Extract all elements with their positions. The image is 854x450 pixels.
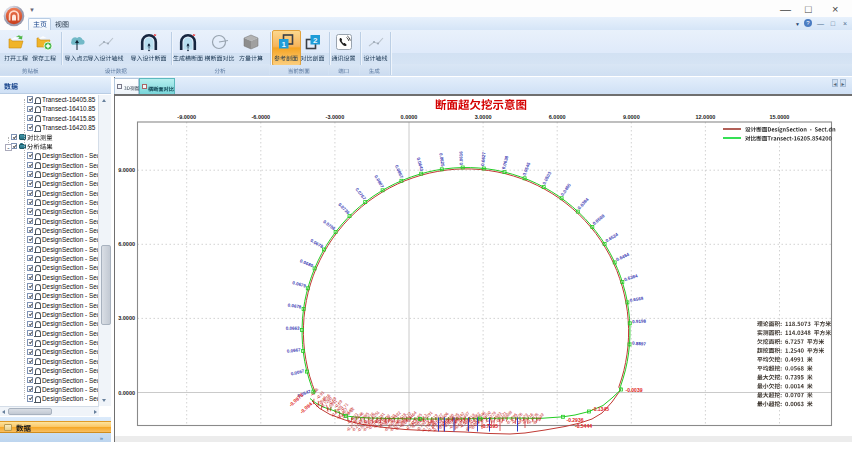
svg-text:0.0667: 0.0667 [287, 347, 302, 354]
svg-text:0.0678: 0.0678 [287, 303, 302, 310]
svg-text:6.0000: 6.0000 [118, 241, 135, 247]
svg-text:-0.5444: -0.5444 [575, 423, 592, 429]
svg-text:9.0000: 9.0000 [118, 167, 135, 173]
svg-text:0.6384: 0.6384 [623, 273, 638, 282]
svg-text:0.6524: 0.6524 [605, 232, 620, 244]
svg-text:15.0000: 15.0000 [770, 114, 790, 120]
svg-text:0.6568: 0.6568 [629, 296, 644, 303]
svg-text:-0.0039: -0.0039 [626, 387, 643, 393]
svg-text:0.0638: 0.0638 [501, 155, 509, 170]
svg-text:0.0679: 0.0679 [292, 280, 307, 289]
svg-text:-9.0000: -9.0000 [177, 114, 196, 120]
svg-text:-0.7395: -0.7395 [481, 423, 498, 429]
svg-text:0.0736: 0.0736 [337, 202, 351, 216]
svg-text:0.0503: 0.0503 [541, 170, 552, 185]
svg-text:0.0807: 0.0807 [373, 174, 385, 189]
svg-text:12.0000: 12.0000 [695, 114, 715, 120]
svg-text:0.0508: 0.0508 [592, 213, 606, 226]
svg-text:0.0465: 0.0465 [560, 182, 572, 197]
svg-text:0.0000: 0.0000 [401, 114, 418, 120]
svg-text:-0.1345: -0.1345 [592, 406, 609, 412]
svg-text:0.0000: 0.0000 [118, 390, 135, 396]
svg-text:0.0678: 0.0678 [309, 238, 324, 249]
svg-text:0.0545: 0.0545 [522, 161, 532, 176]
svg-text:3.0000: 3.0000 [475, 114, 492, 120]
svg-text:9.0000: 9.0000 [623, 114, 640, 120]
svg-text:0.0680: 0.0680 [299, 258, 314, 268]
svg-text:0.0767: 0.0767 [354, 187, 367, 201]
svg-text:6.0000: 6.0000 [549, 114, 566, 120]
svg-text:0.0625: 0.0625 [438, 153, 445, 168]
svg-text:0.0867: 0.0867 [394, 164, 404, 179]
svg-text:0.0663: 0.0663 [286, 326, 300, 331]
svg-text:0.0384: 0.0384 [577, 197, 590, 211]
svg-text:-0.094: -0.094 [299, 401, 314, 415]
svg-text:0.0643: 0.0643 [416, 157, 425, 172]
svg-text:0.0616: 0.0616 [458, 151, 463, 165]
svg-text:3.0000: 3.0000 [118, 315, 135, 321]
svg-text:0.8897: 0.8897 [632, 341, 647, 347]
svg-text:0.6464: 0.6464 [615, 252, 630, 263]
svg-text:-6.0000: -6.0000 [251, 114, 270, 120]
svg-text:0.0627: 0.0627 [480, 151, 487, 166]
svg-text:0.0706: 0.0706 [322, 219, 336, 232]
svg-text:0.9198: 0.9198 [632, 318, 646, 324]
svg-text:0.0067: 0.0067 [290, 368, 305, 376]
svg-text:-3.0000: -3.0000 [326, 114, 345, 120]
